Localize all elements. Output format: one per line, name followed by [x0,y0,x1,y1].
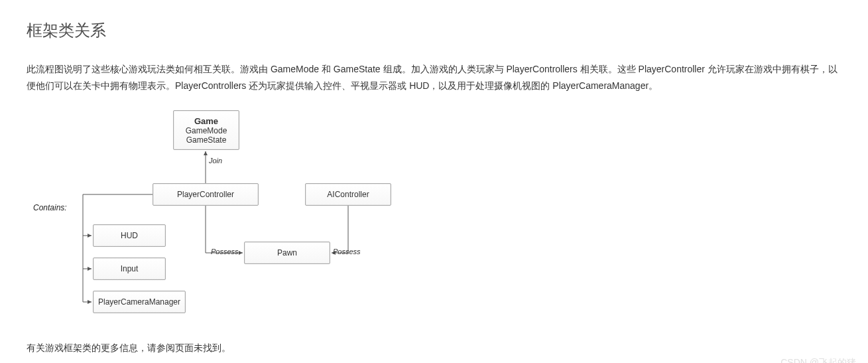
node-pawn: Pawn [244,242,330,264]
node-ai-controller: AIController [305,183,391,206]
label-join: Join [209,157,222,165]
intro-paragraph: 此流程图说明了这些核心游戏玩法类如何相互关联。游戏由 GameMode 和 Ga… [27,61,841,94]
framework-diagram: Game GameMode GameState PlayerController… [33,110,444,323]
node-player-controller: PlayerController [153,183,259,206]
node-game-state: GameState [186,135,227,145]
node-player-camera-manager: PlayerCameraManager [93,291,186,313]
label-possess-left: Possess [211,248,239,255]
watermark: CSDN @飞起的猪 [780,357,856,363]
node-hud: HUD [93,224,166,247]
label-contains: Contains: [33,203,67,212]
node-game: Game GameMode GameState [173,110,239,150]
section-heading: 框架类关系 [27,20,841,41]
node-game-title: Game [194,116,218,126]
node-input: Input [93,257,166,280]
node-game-mode: GameMode [186,126,227,135]
footer-paragraph: 有关游戏框架类的更多信息，请参阅页面未找到。 [27,342,841,354]
label-possess-right: Possess [333,248,361,255]
